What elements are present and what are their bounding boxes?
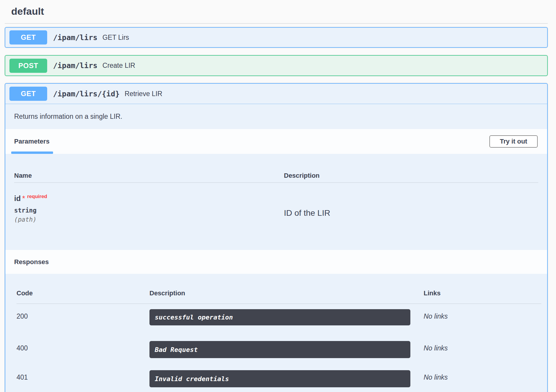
opblock-summary-post-lirs[interactable]: POST /ipam/lirs Create LIR xyxy=(5,56,547,75)
response-code-401: 401 xyxy=(17,370,149,387)
endpoint-path: /ipam/lirs/{id} xyxy=(53,90,120,98)
tab-parameters-label: Parameters xyxy=(14,138,50,145)
parameter-location: (path) xyxy=(14,216,284,223)
response-code-400: 400 xyxy=(17,341,149,358)
required-star: * xyxy=(22,194,25,202)
response-row: Invalid credentials xyxy=(149,370,424,387)
parameters-header-bar: Parameters Try it out xyxy=(5,129,547,154)
parameter-description: ID of the LIR xyxy=(284,183,538,223)
response-row: Bad Request xyxy=(149,341,424,358)
opblock-post-lirs: POST /ipam/lirs Create LIR xyxy=(5,55,548,76)
endpoint-summary: Retrieve LIR xyxy=(125,90,162,98)
responses-section: Code Description Links 200 successful op… xyxy=(5,274,547,392)
responses-header-bar: Responses xyxy=(5,250,547,274)
response-code-200: 200 xyxy=(17,309,149,325)
response-links: No links xyxy=(424,341,541,358)
response-description-box: Bad Request xyxy=(149,341,410,358)
parameter-name: id xyxy=(14,194,21,202)
endpoint-path: /ipam/lirs xyxy=(53,33,98,42)
try-it-out-button[interactable]: Try it out xyxy=(489,135,538,148)
parameters-col-header-description: Description xyxy=(284,154,538,183)
responses-table: Code Description Links 200 successful op… xyxy=(17,274,541,387)
endpoint-summary: Create LIR xyxy=(103,62,135,70)
opblock-summary-get-lirs[interactable]: GET /ipam/lirs GET Lirs xyxy=(5,28,547,47)
response-row: successful operation xyxy=(149,309,424,325)
response-links: No links xyxy=(424,370,541,387)
tab-parameters[interactable]: Parameters xyxy=(14,129,50,154)
endpoint-path: /ipam/lirs xyxy=(53,61,98,70)
response-description-box: Invalid credentials xyxy=(149,370,410,387)
section-title[interactable]: default xyxy=(5,0,548,18)
responses-title: Responses xyxy=(14,258,49,266)
opblock-summary-get-lir-by-id[interactable]: GET /ipam/lirs/{id} Retrieve LIR xyxy=(5,84,547,104)
parameters-col-header-name: Name xyxy=(14,154,284,183)
method-badge-get: GET xyxy=(9,30,47,45)
operation-description: Returns information on a single LIR. xyxy=(5,104,547,129)
section-divider xyxy=(5,23,548,24)
response-description-box: successful operation xyxy=(149,309,410,325)
api-section-default: default GET /ipam/lirs GET Lirs POST /ip… xyxy=(0,0,556,392)
opblock-get-lir-by-id: GET /ipam/lirs/{id} Retrieve LIR Returns… xyxy=(5,83,548,392)
responses-col-header-links: Links xyxy=(424,274,541,304)
required-label: required xyxy=(27,194,47,199)
responses-col-header-description: Description xyxy=(149,274,424,304)
parameter-row-id: id*required string (path) xyxy=(14,183,284,223)
responses-col-header-code: Code xyxy=(17,274,149,304)
parameters-section: Name Description id*required string (pat… xyxy=(5,154,547,250)
opblock-get-lirs: GET /ipam/lirs GET Lirs xyxy=(5,27,548,48)
endpoint-summary: GET Lirs xyxy=(103,34,129,42)
parameters-table: Name Description id*required string (pat… xyxy=(14,154,538,223)
method-badge-post: POST xyxy=(9,59,47,73)
parameter-type: string xyxy=(14,207,284,214)
response-links: No links xyxy=(424,309,541,325)
method-badge-get: GET xyxy=(9,87,47,101)
